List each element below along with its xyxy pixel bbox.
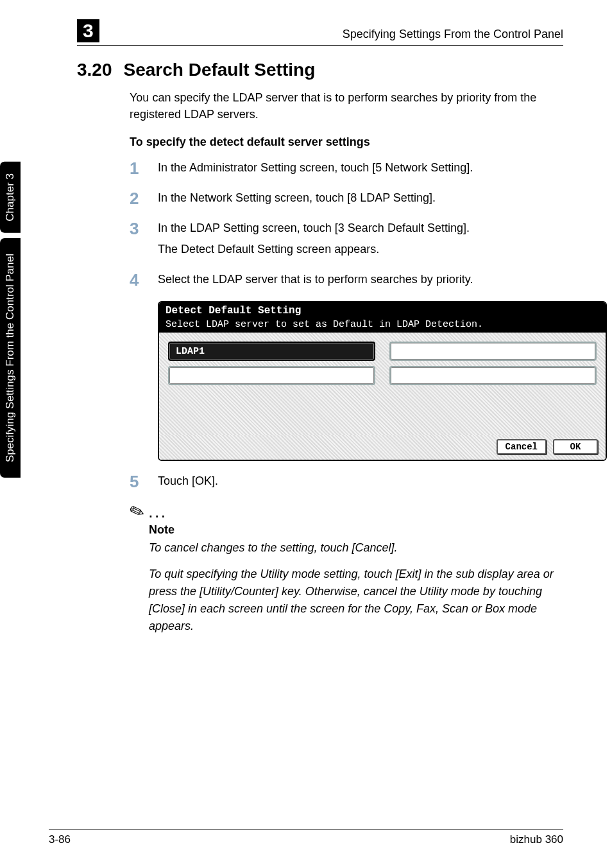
- cancel-button[interactable]: Cancel: [497, 439, 547, 455]
- step-number: 5: [130, 473, 158, 491]
- section-title: 3.20Search Default Setting: [77, 60, 563, 80]
- step-text: In the LDAP Setting screen, touch [3 Sea…: [158, 220, 470, 237]
- step-number: 3: [130, 220, 158, 238]
- note-paragraph-1: To cancel changes to the setting, touch …: [149, 539, 563, 557]
- ldap-slot-4[interactable]: [389, 366, 597, 385]
- note-paragraph-2: To quit specifying the Utility mode sett…: [149, 566, 563, 635]
- detect-default-setting-dialog: Detect Default Setting Select LDAP serve…: [158, 301, 607, 461]
- ok-button[interactable]: OK: [553, 439, 598, 455]
- ldap-slot-2[interactable]: [389, 342, 597, 361]
- step-5: 5 Touch [OK].: [130, 473, 563, 494]
- dialog-instruction: Select LDAP server to set as Default in …: [159, 319, 606, 333]
- steps-list: 1 In the Administrator Setting screen, t…: [130, 159, 563, 292]
- page-number: 3-86: [49, 833, 71, 846]
- ldap-slot-1[interactable]: LDAP1: [168, 342, 375, 361]
- note-label: Note: [149, 523, 563, 537]
- step-text: Select the LDAP server that is to perfor…: [158, 271, 473, 288]
- chapter-number-box: 3: [77, 19, 99, 42]
- ldap-row-2: [168, 366, 597, 385]
- side-tab-title: Specifying Settings From the Control Pan…: [0, 238, 21, 478]
- step-1: 1 In the Administrator Setting screen, t…: [130, 159, 563, 180]
- step-result: The Detect Default Setting screen appear…: [158, 241, 470, 258]
- step-3: 3 In the LDAP Setting screen, touch [3 S…: [130, 220, 563, 262]
- note-dots: ...: [148, 501, 167, 521]
- step-4: 4 Select the LDAP server that is to perf…: [130, 271, 563, 292]
- dialog-titlebar: Detect Default Setting: [159, 302, 606, 319]
- section-title-text: Search Default Setting: [124, 60, 316, 80]
- side-tab-chapter: Chapter 3: [0, 162, 21, 233]
- step-number: 1: [130, 159, 158, 178]
- ldap-row-1: LDAP1: [168, 342, 597, 361]
- side-tab-group: Chapter 3 Specifying Settings From the C…: [0, 162, 21, 478]
- step-text: Touch [OK].: [158, 473, 218, 490]
- step-number: 4: [130, 271, 158, 290]
- ldap-slot-3[interactable]: [168, 366, 375, 385]
- product-name: bizhub 360: [510, 833, 563, 846]
- procedure-subhead: To specify the detect default server set…: [130, 135, 563, 149]
- step-text: In the Administrator Setting screen, tou…: [158, 159, 473, 177]
- note-block: ✎... Note To cancel changes to the setti…: [130, 503, 563, 635]
- page-header: 3 Specifying Settings From the Control P…: [77, 19, 563, 46]
- step-text: In the Network Setting screen, touch [8 …: [158, 189, 436, 207]
- section-intro: You can specify the LDAP server that is …: [130, 89, 563, 123]
- dialog-footer: Cancel OK: [159, 435, 606, 460]
- running-head: Specifying Settings From the Control Pan…: [343, 28, 563, 42]
- step-number: 2: [130, 189, 158, 208]
- section-number: 3.20: [77, 60, 112, 80]
- note-icon: ✎...: [130, 503, 563, 521]
- page-footer: 3-86 bizhub 360: [49, 829, 563, 846]
- dialog-body: LDAP1: [159, 333, 606, 435]
- steps-list-cont: 5 Touch [OK].: [130, 473, 563, 494]
- step-2: 2 In the Network Setting screen, touch […: [130, 189, 563, 211]
